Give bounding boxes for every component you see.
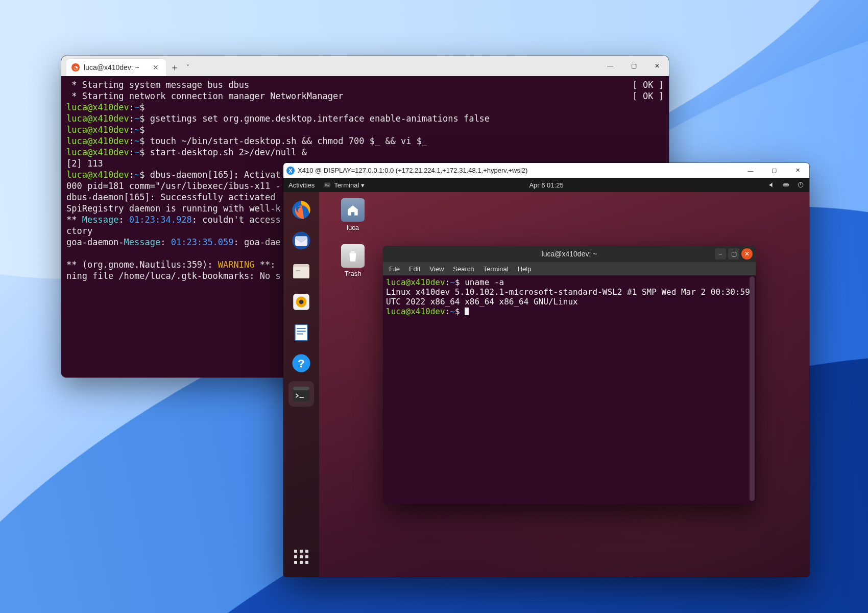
- minimize-button[interactable]: —: [739, 163, 762, 178]
- power-icon[interactable]: [797, 181, 804, 188]
- menu-file[interactable]: File: [389, 265, 400, 273]
- desktop-icon-trash[interactable]: Trash: [334, 244, 371, 277]
- gnome-dock[interactable]: ?: [283, 192, 319, 577]
- gnome-terminal-titlebar[interactable]: luca@x410dev: ~ – ▢ ✕: [383, 246, 756, 262]
- x410-titlebar[interactable]: X X410 @ DISPLAY=127.0.0.1:0.0 (+172.21.…: [283, 163, 809, 178]
- terminal-icon: [291, 383, 312, 405]
- minimize-button[interactable]: —: [598, 56, 622, 76]
- maximize-button[interactable]: ▢: [728, 248, 739, 260]
- firefox-icon: [291, 199, 312, 221]
- dock-thunderbird[interactable]: [288, 228, 314, 253]
- top-bar-app-menu[interactable]: Terminal ▾: [324, 181, 365, 189]
- menu-help[interactable]: Help: [518, 265, 532, 273]
- svg-text:?: ?: [298, 357, 305, 370]
- menu-view[interactable]: View: [429, 265, 444, 273]
- log-line: ctory: [66, 226, 92, 236]
- desktop-icon-home[interactable]: luca: [334, 198, 371, 231]
- dock-help[interactable]: ?: [288, 350, 314, 376]
- desktop-icon-label: luca: [334, 224, 371, 231]
- log-warning: WARNING: [218, 260, 255, 270]
- prompt-dollar: $: [139, 113, 144, 124]
- prompt-path: ~: [134, 125, 139, 135]
- prompt-dollar: $: [139, 136, 144, 146]
- svg-rect-15: [297, 328, 306, 329]
- prompt-user: luca@x410dev: [386, 277, 445, 287]
- prompt-user: luca@x410dev: [66, 125, 129, 135]
- windows-terminal-titlebar[interactable]: ◔ luca@x410dev: ~ ✕ ＋ ˅ — ▢ ✕: [61, 56, 669, 76]
- rhythmbox-icon: [291, 291, 312, 313]
- prompt-user: luca@x410dev: [66, 102, 129, 112]
- status-ok: [ OK ]: [633, 90, 664, 102]
- svg-rect-17: [297, 334, 303, 335]
- terminal-tab[interactable]: ◔ luca@x410dev: ~ ✕: [66, 59, 166, 76]
- x410-window[interactable]: X X410 @ DISPLAY=127.0.0.1:0.0 (+172.21.…: [283, 163, 809, 577]
- prompt-user: luca@x410dev: [66, 147, 129, 157]
- menu-edit[interactable]: Edit: [409, 265, 420, 273]
- dock-files[interactable]: [288, 258, 314, 284]
- close-button[interactable]: ✕: [741, 248, 753, 260]
- command: start-desktop.sh 2>/dev/null &: [150, 147, 307, 157]
- status-ok: [ OK ]: [633, 79, 664, 90]
- svg-rect-10: [296, 270, 301, 271]
- prompt-path: ~: [450, 306, 455, 316]
- prompt-path: ~: [134, 113, 139, 124]
- ubuntu-icon: ◔: [71, 63, 80, 72]
- svg-rect-16: [297, 331, 306, 332]
- home-folder-icon: [346, 203, 359, 217]
- activities-button[interactable]: Activities: [288, 181, 315, 189]
- prompt-user: luca@x410dev: [386, 306, 445, 316]
- close-button[interactable]: ✕: [645, 56, 669, 76]
- x410-title: X410 @ DISPLAY=127.0.0.1:0.0 (+172.21.22…: [298, 167, 527, 174]
- prompt-path: ~: [450, 277, 455, 287]
- minimize-button[interactable]: –: [715, 248, 726, 260]
- menu-search[interactable]: Search: [453, 265, 474, 273]
- files-icon: [291, 261, 312, 282]
- volume-icon[interactable]: [768, 181, 776, 188]
- scrollbar[interactable]: [750, 276, 755, 501]
- close-button[interactable]: ✕: [786, 163, 809, 178]
- gnome-terminal-menubar[interactable]: File Edit View Search Terminal Help: [383, 262, 756, 275]
- gnome-terminal-window[interactable]: luca@x410dev: ~ – ▢ ✕ File Edit View Sea…: [383, 246, 756, 504]
- app-menu-label: Terminal ▾: [334, 181, 365, 189]
- system-tray[interactable]: [768, 181, 804, 188]
- gnome-terminal-output[interactable]: luca@x410dev:~$ uname -a Linux x410dev 5…: [383, 275, 756, 504]
- prompt-path: ~: [134, 102, 139, 112]
- tab-title: luca@x410dev: ~: [84, 63, 139, 72]
- svg-point-13: [299, 300, 304, 304]
- tab-close-icon[interactable]: ✕: [153, 63, 159, 72]
- svg-rect-2: [788, 184, 789, 185]
- dock-rhythmbox[interactable]: [288, 289, 314, 315]
- new-tab-button[interactable]: ＋: [166, 59, 183, 76]
- maximize-button[interactable]: ▢: [622, 56, 645, 76]
- prompt-dollar: $: [455, 306, 460, 316]
- trash-icon: [346, 249, 359, 263]
- dock-firefox[interactable]: [288, 197, 314, 223]
- prompt-user: luca@x410dev: [66, 113, 129, 124]
- log-label: Message: [82, 215, 119, 225]
- libreoffice-writer-icon: [291, 322, 312, 343]
- menu-terminal[interactable]: Terminal: [484, 265, 509, 273]
- battery-icon[interactable]: [783, 181, 790, 188]
- cursor: [465, 308, 469, 315]
- dock-writer[interactable]: [288, 320, 314, 345]
- prompt-user: luca@x410dev: [66, 170, 129, 180]
- log-line: goa-daemon-: [66, 237, 124, 247]
- timestamp: 01:23:35.059: [171, 237, 234, 247]
- show-applications-button[interactable]: [288, 544, 314, 570]
- svg-rect-0: [324, 182, 330, 187]
- maximize-button[interactable]: ▢: [762, 163, 786, 178]
- gnome-top-bar[interactable]: Activities Terminal ▾ Apr 6 01:25: [283, 178, 809, 192]
- help-icon: ?: [291, 352, 312, 374]
- gnome-desktop[interactable]: Activities Terminal ▾ Apr 6 01:25: [283, 178, 809, 577]
- prompt-path: ~: [134, 170, 139, 180]
- log-line: : couldn't access: [192, 215, 281, 225]
- log-line: **:: [254, 260, 275, 270]
- prompt-path: ~: [134, 147, 139, 157]
- log-line: * Starting network connection manager Ne…: [66, 91, 343, 101]
- tab-dropdown-button[interactable]: ˅: [183, 59, 192, 76]
- dock-terminal[interactable]: [288, 381, 314, 407]
- log-line: 000 pid=181 comm="/usr/libexec/ibus-x11 …: [66, 181, 281, 191]
- window-title: luca@x410dev: ~: [542, 250, 597, 258]
- log-label: Message: [124, 237, 161, 247]
- log-line: [2] 113: [66, 158, 103, 169]
